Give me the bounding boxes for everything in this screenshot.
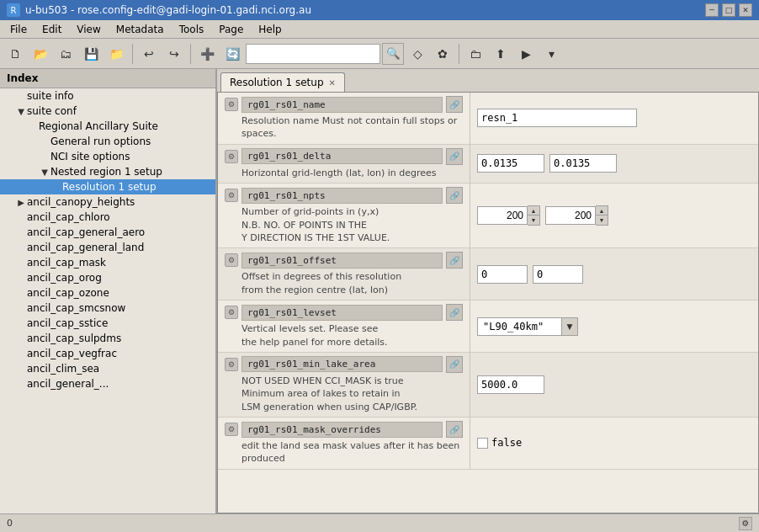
sidebar-item-nested-region-1-setup[interactable]: ▼Nested region 1 setup: [0, 164, 215, 179]
toolbar-folder-btn[interactable]: 📁: [104, 42, 128, 66]
toolbar-search: 🔍: [246, 43, 404, 65]
checkbox-box-rg01_rs01_mask_overrides[interactable]: [477, 438, 488, 449]
maximize-button[interactable]: □: [722, 3, 735, 17]
key-btn-rg01_rs01_min_lake_area[interactable]: 🔗: [446, 356, 463, 373]
menu-item-file[interactable]: File: [3, 22, 34, 37]
sidebar-item-ancil-cap-orog[interactable]: ancil_cap_orog: [0, 270, 215, 285]
tree-label-ancil-cap-smcsnow: ancil_cap_smcsnow: [27, 302, 125, 314]
menu-item-edit[interactable]: Edit: [35, 22, 68, 37]
sidebar-item-ancil-cap-chloro[interactable]: ancil_cap_chloro: [0, 210, 215, 225]
toolbar-redo-btn[interactable]: ↪: [162, 42, 186, 66]
tree-label-regional-ancillary-suite: Regional Ancillary Suite: [39, 120, 158, 132]
checkbox-label-rg01_rs01_mask_overrides: false: [491, 437, 522, 449]
key-icon-rg01_rs01_min_lake_area[interactable]: ⚙: [225, 358, 238, 371]
toolbar-undo-btn[interactable]: ↩: [137, 42, 161, 66]
sidebar-item-nci-site-options[interactable]: NCI site options: [0, 149, 215, 164]
spin-down-rg01_rs01_npts-1[interactable]: ▼: [528, 215, 539, 225]
toolbar-browse-btn[interactable]: 🗂: [54, 42, 77, 66]
menu-item-page[interactable]: Page: [212, 22, 250, 37]
toolbar-save-btn[interactable]: 💾: [79, 42, 103, 66]
input-rg01_rs01_delta-2[interactable]: [549, 154, 617, 173]
select-rg01_rs01_levset[interactable]: "L90_40km"▼: [477, 317, 578, 336]
sidebar-item-suite-info[interactable]: suite info: [0, 88, 215, 104]
spin-btns-rg01_rs01_npts-2: ▲▼: [596, 205, 608, 226]
close-button[interactable]: ✕: [739, 3, 752, 17]
toolbar-up-btn[interactable]: ⬆: [489, 42, 512, 66]
sidebar-item-ancil-cap-sstice[interactable]: ancil_cap_sstice: [0, 316, 215, 331]
sidebar-item-ancil-cap-general-land[interactable]: ancil_cap_general_land: [0, 240, 215, 255]
form-row-rg01_rs01_npts: ⚙rg01_rs01_npts🔗Number of grid-points in…: [218, 184, 758, 248]
key-icon-rg01_rs01_offset[interactable]: ⚙: [225, 253, 238, 267]
form-row-rg01_rs01_name: ⚙rg01_rs01_name🔗Resolution name Must not…: [218, 93, 758, 145]
toolbar-diamond-btn[interactable]: ◇: [406, 42, 429, 66]
sidebar-item-ancil-general[interactable]: ancil_general_...: [0, 376, 215, 391]
sidebar-item-ancil-cap-general-aero[interactable]: ancil_cap_general_aero: [0, 225, 215, 240]
toolbar-folder2-btn[interactable]: 🗀: [464, 42, 487, 66]
key-icon-rg01_rs01_mask_overrides[interactable]: ⚙: [225, 423, 238, 436]
tree-label-ancil-cap-ozone: ancil_cap_ozone: [27, 287, 109, 299]
tree-label-ancil-general: ancil_general_...: [27, 378, 109, 390]
menu-item-help[interactable]: Help: [252, 22, 288, 37]
key-btn-rg01_rs01_offset[interactable]: 🔗: [446, 252, 463, 269]
sidebar-item-resolution-1-setup[interactable]: Resolution 1 setup: [0, 179, 215, 194]
spin-input-rg01_rs01_npts-1[interactable]: [477, 206, 528, 225]
sidebar-item-general-run-options[interactable]: General run options: [0, 134, 215, 149]
toolbar-play-btn[interactable]: ▶: [514, 42, 538, 66]
menu-item-metadata[interactable]: Metadata: [109, 22, 171, 37]
key-icon-rg01_rs01_levset[interactable]: ⚙: [225, 306, 238, 319]
sidebar-item-ancil-clim-sea[interactable]: ancil_clim_sea: [0, 361, 215, 376]
tree-label-ancil-cap-sulpdms: ancil_cap_sulpdms: [27, 332, 121, 344]
form-row-rg01_rs01_mask_overrides: ⚙rg01_rs01_mask_overrides🔗edit the land …: [218, 418, 758, 470]
search-input[interactable]: [246, 44, 380, 64]
content-area: Resolution 1 setup ✕ ⚙rg01_rs01_name🔗Res…: [217, 69, 759, 513]
row-right-rg01_rs01_delta: [470, 145, 758, 183]
toolbar-refresh-btn[interactable]: 🔄: [220, 42, 244, 66]
sidebar-item-regional-ancillary-suite[interactable]: Regional Ancillary Suite: [0, 119, 215, 134]
key-icon-rg01_rs01_delta[interactable]: ⚙: [225, 150, 238, 163]
status-bar: 0 ⚙: [0, 513, 759, 532]
checkbox-rg01_rs01_mask_overrides[interactable]: false: [477, 437, 522, 449]
menu-item-tools[interactable]: Tools: [172, 22, 211, 37]
tab-resolution-1-setup[interactable]: Resolution 1 setup ✕: [220, 72, 345, 92]
toolbar-add-btn[interactable]: ➕: [195, 42, 219, 66]
key-btn-rg01_rs01_npts[interactable]: 🔗: [446, 187, 463, 204]
input-rg01_rs01_delta-1[interactable]: [477, 154, 544, 173]
spin-up-rg01_rs01_npts-2[interactable]: ▲: [596, 206, 608, 215]
input-rg01_rs01_offset-2[interactable]: [533, 265, 583, 284]
select-arrow-rg01_rs01_levset[interactable]: ▼: [561, 317, 578, 336]
tab-close-btn[interactable]: ✕: [329, 78, 336, 88]
minimize-button[interactable]: ─: [705, 3, 719, 17]
input-rg01_rs01_name[interactable]: [477, 109, 637, 127]
key-btn-rg01_rs01_delta[interactable]: 🔗: [446, 148, 463, 165]
search-button[interactable]: 🔍: [382, 43, 404, 65]
sidebar-item-ancil-cap-vegfrac[interactable]: ancil_cap_vegfrac: [0, 346, 215, 361]
key-btn-rg01_rs01_levset[interactable]: 🔗: [446, 304, 463, 321]
sidebar-item-ancil-canopy-heights[interactable]: ▶ancil_canopy_heights: [0, 194, 215, 210]
toolbar-open-btn[interactable]: 📂: [29, 42, 52, 66]
key-label-rg01_rs01_min_lake_area: rg01_rs01_min_lake_area: [242, 356, 443, 372]
input-rg01_rs01_offset-1[interactable]: [477, 265, 528, 284]
sidebar-item-ancil-cap-mask[interactable]: ancil_cap_mask: [0, 255, 215, 270]
key-icon-rg01_rs01_name[interactable]: ⚙: [225, 98, 238, 111]
select-value-rg01_rs01_levset: "L90_40km": [477, 317, 561, 336]
toolbar-more-btn[interactable]: ▾: [539, 42, 563, 66]
toolbar-flower-btn[interactable]: ✿: [431, 42, 454, 66]
menu-item-view[interactable]: View: [70, 22, 107, 37]
key-btn-rg01_rs01_mask_overrides[interactable]: 🔗: [446, 421, 463, 438]
spin-down-rg01_rs01_npts-2[interactable]: ▼: [596, 215, 608, 225]
sidebar-item-ancil-cap-smcsnow[interactable]: ancil_cap_smcsnow: [0, 301, 215, 316]
key-icon-rg01_rs01_npts[interactable]: ⚙: [225, 189, 238, 202]
sidebar-item-ancil-cap-sulpdms[interactable]: ancil_cap_sulpdms: [0, 331, 215, 346]
toolbar-new-btn[interactable]: 🗋: [3, 42, 27, 66]
spin-up-rg01_rs01_npts-1[interactable]: ▲: [528, 206, 539, 215]
spin-input-rg01_rs01_npts-2[interactable]: [545, 206, 596, 225]
tab-bar: Resolution 1 setup ✕: [217, 69, 759, 92]
sidebar-item-suite-conf[interactable]: ▼suite conf: [0, 104, 215, 119]
status-text: 0: [7, 518, 13, 529]
key-btn-rg01_rs01_name[interactable]: 🔗: [446, 96, 463, 113]
tree-label-ancil-cap-general-land: ancil_cap_general_land: [27, 242, 144, 253]
input-rg01_rs01_min_lake_area[interactable]: [477, 375, 544, 394]
tree-arrow-suite-conf: ▼: [15, 107, 27, 116]
sidebar-item-ancil-cap-ozone[interactable]: ancil_cap_ozone: [0, 285, 215, 301]
row-right-rg01_rs01_name: [470, 93, 758, 144]
